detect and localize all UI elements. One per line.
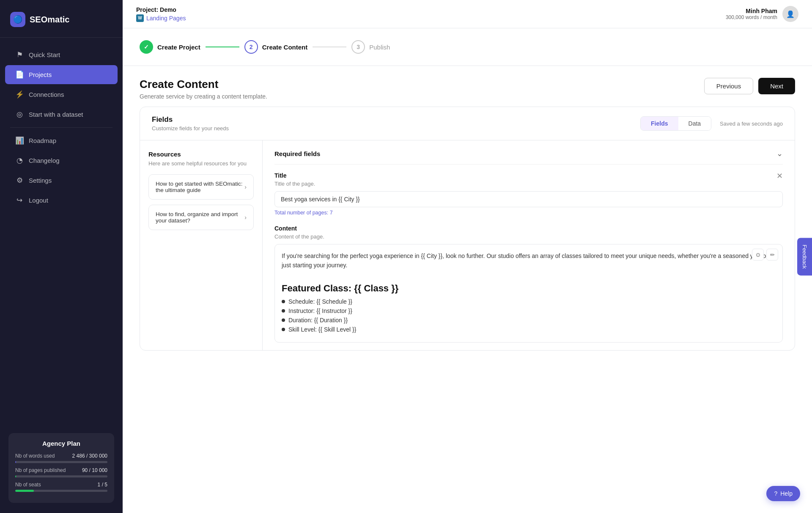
content-area: ✓ Create Project 2 Create Content 3 Publ… (123, 28, 812, 513)
title-field-label: Title (274, 172, 315, 179)
sidebar: 🔵 SEOmatic ⚑ Quick Start 📄 Projects ⚡ Co… (0, 0, 123, 513)
list-item: Duration: {{ Duration }} (282, 317, 776, 324)
header-actions: Previous Next (704, 78, 795, 94)
help-label: Help (780, 490, 793, 497)
content-field-sublabel: Content of the page. (274, 233, 783, 240)
step-circle-2: 2 (244, 40, 258, 54)
topbar: Project: Demo W Landing Pages Minh Pham … (123, 0, 812, 28)
plan-pages-progress-fill (15, 475, 16, 477)
sidebar-item-label: Start with a dataset (29, 111, 83, 118)
plan-words-stat: Nb of words used 2 486 / 300 000 (15, 453, 107, 463)
plan-pages-stat: Nb of pages published 90 / 10 000 (15, 467, 107, 477)
sidebar-item-roadmap[interactable]: 📊 Roadmap (5, 131, 118, 150)
step-circle-3: 3 (351, 40, 365, 54)
plan-pages-label: Nb of pages published (15, 467, 66, 473)
page-title-block: Create Content Generate service by creat… (140, 78, 267, 100)
topbar-project: Project: Demo (136, 6, 186, 13)
sidebar-item-logout[interactable]: ↪ Logout (5, 191, 118, 210)
page-subtitle: Generate service by creating a content t… (140, 93, 267, 100)
textarea-actions: ⊙ ✏ (752, 249, 778, 261)
step-create-content: 2 Create Content (244, 40, 308, 54)
content-intro-text: If you're searching for the perfect yoga… (275, 244, 782, 277)
next-button[interactable]: Next (758, 78, 795, 94)
saved-status: Saved a few seconds ago (720, 121, 783, 127)
resource-link-dataset[interactable]: How to find, organize and import your da… (148, 205, 254, 230)
logo-icon: 🔵 (10, 12, 25, 27)
title-close-button[interactable]: ✕ (776, 171, 783, 181)
sidebar-item-label: Changelog (29, 157, 60, 164)
step-label-1: Create Project (157, 44, 200, 51)
step-connector-2 (313, 47, 346, 47)
tab-group: Fields Data (640, 116, 711, 131)
resource-link-text: How to find, organize and import your da… (156, 211, 244, 224)
title-hint: Total number of pages: 7 (274, 210, 783, 216)
content-list: Schedule: {{ Schedule }} Instructor: {{ … (275, 298, 782, 342)
previous-button[interactable]: Previous (704, 78, 753, 94)
sidebar-divider (10, 127, 112, 128)
sidebar-item-label: Roadmap (29, 137, 56, 144)
copy-icon[interactable]: ⊙ (752, 249, 764, 261)
document-icon: 📄 (15, 70, 24, 79)
card-subtitle: Customize fields for your needs (152, 125, 229, 132)
sidebar-item-label: Settings (29, 177, 52, 184)
title-input-row (274, 191, 783, 207)
plan-words-value: 2 486 / 300 000 (72, 453, 107, 459)
chevron-right-icon: › (244, 184, 247, 190)
collapse-button[interactable]: ⌄ (776, 149, 783, 158)
project-label: Project: (136, 6, 158, 13)
resources-subtitle: Here are some helpful resources for you (148, 160, 254, 167)
card-title: Fields (152, 115, 229, 124)
list-item: Instructor: {{ Instructor }} (282, 307, 776, 314)
plan-words-progress-bar (15, 461, 107, 463)
feedback-tab[interactable]: Feedback (797, 238, 812, 275)
help-button[interactable]: ? Help (766, 486, 800, 501)
step-create-project: ✓ Create Project (140, 40, 200, 54)
fields-panel: Required fields ⌄ Title Title of the pag… (263, 140, 795, 350)
sidebar-item-projects[interactable]: 📄 Projects (5, 65, 118, 84)
plan-pages-progress-bar (15, 475, 107, 477)
plan-seats-progress-bar (15, 490, 107, 492)
topbar-right: Minh Pham 300,000 words / month 👤 (726, 6, 798, 22)
edit-icon[interactable]: ✏ (766, 249, 778, 261)
sidebar-item-settings[interactable]: ⚙ Settings (5, 171, 118, 190)
sidebar-item-dataset[interactable]: ◎ Start with a dataset (5, 105, 118, 124)
step-publish: 3 Publish (351, 40, 390, 54)
project-name: Demo (160, 6, 176, 13)
main-content: Project: Demo W Landing Pages Minh Pham … (123, 0, 812, 513)
title-input[interactable] (274, 191, 783, 207)
resources-panel: Resources Here are some helpful resource… (140, 140, 263, 350)
feedback-label: Feedback (801, 244, 808, 269)
plan-seats-stat: Nb of seats 1 / 5 (15, 482, 107, 492)
step-circle-1: ✓ (140, 40, 153, 54)
content-field-label: Content (274, 225, 783, 232)
tab-fields[interactable]: Fields (641, 117, 678, 130)
flag-icon: ⚑ (15, 50, 24, 59)
plan-card: Agency Plan Nb of words used 2 486 / 300… (8, 433, 114, 503)
sidebar-item-label: Projects (29, 71, 52, 78)
roadmap-icon: 📊 (15, 136, 24, 145)
plan-seats-progress-fill (15, 490, 34, 492)
lightning-icon: ⚡ (15, 90, 24, 99)
plan-words-progress-fill (15, 461, 16, 463)
sidebar-item-quick-start[interactable]: ⚑ Quick Start (5, 45, 118, 64)
content-textarea-wrapper: ⊙ ✏ If you're searching for the perfect … (274, 244, 783, 343)
step-label-2: Create Content (262, 44, 308, 51)
card-body: Resources Here are some helpful resource… (140, 140, 795, 350)
page-header: Create Content Generate service by creat… (123, 66, 812, 107)
card-header: Fields Customize fields for your needs F… (140, 107, 795, 140)
tab-data[interactable]: Data (678, 117, 711, 130)
sidebar-item-connections[interactable]: ⚡ Connections (5, 85, 118, 104)
sidebar-item-changelog[interactable]: ◔ Changelog (5, 151, 118, 170)
required-fields-section: Required fields ⌄ Title Title of the pag… (263, 140, 795, 350)
avatar: 👤 (782, 6, 798, 22)
plan-seats-label: Nb of seats (15, 482, 41, 488)
sidebar-item-label: Quick Start (29, 51, 60, 58)
help-icon: ? (774, 490, 777, 497)
topbar-user: Minh Pham 300,000 words / month (726, 8, 777, 20)
sidebar-item-label: Logout (29, 197, 48, 204)
resource-link-text: How to get started with SEOmatic: the ul… (156, 181, 244, 193)
landing-pages-label: Landing Pages (146, 15, 186, 22)
resource-link-guide[interactable]: How to get started with SEOmatic: the ul… (148, 174, 254, 200)
main-card: Fields Customize fields for your needs F… (140, 107, 795, 351)
section-title: Required fields (274, 150, 320, 157)
